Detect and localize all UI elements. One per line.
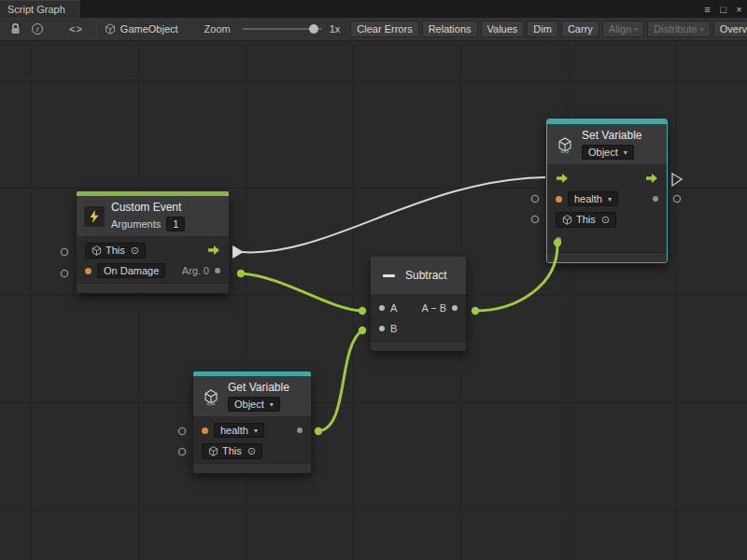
event-name-row: On Damage Arg. 0 [77, 260, 229, 281]
flow-output-port[interactable] [645, 173, 658, 184]
wire-value-subtract-to-setvariable[interactable] [475, 245, 557, 311]
get-variable-body: health ▾ This ⊙ [193, 416, 311, 463]
result-output-port[interactable] [452, 305, 458, 311]
set-variable-header: <> Set Variable Object ▾ [547, 124, 667, 164]
event-name-port[interactable] [85, 268, 92, 274]
input-a-label: A [390, 302, 397, 314]
node-title: Set Variable [582, 129, 641, 142]
window-close-icon[interactable]: × [731, 0, 747, 18]
port-ring[interactable] [178, 448, 185, 455]
gameobject-cube-icon [105, 23, 116, 35]
values-button[interactable]: Values [481, 21, 525, 37]
code-view-icon[interactable]: <> [69, 23, 83, 35]
zoom-slider[interactable] [242, 28, 322, 30]
flow-output-port[interactable] [207, 245, 220, 256]
event-name-field[interactable]: On Damage [97, 263, 165, 278]
object-picker-icon[interactable]: ⊙ [131, 245, 139, 257]
node-footer [193, 463, 311, 473]
cube-icon [208, 446, 218, 456]
target-field[interactable]: This ⊙ [202, 443, 262, 459]
variable-name-row: health ▾ [193, 420, 311, 441]
align-button[interactable]: Align▾ [602, 21, 644, 37]
node-set-variable[interactable]: <> Set Variable Object ▾ [546, 119, 668, 263]
arg0-output-port[interactable] [215, 268, 220, 273]
arguments-input[interactable]: 1 [166, 217, 185, 231]
variable-name-port[interactable] [202, 427, 208, 434]
subtract-header: Subtract [371, 257, 466, 294]
flow-input-port[interactable] [556, 173, 569, 184]
gameobject-label: GameObject [120, 23, 178, 35]
info-icon[interactable]: i [28, 20, 47, 38]
carry-button[interactable]: Carry [561, 21, 599, 37]
arguments-label: Arguments [111, 218, 161, 230]
dim-button[interactable]: Dim [527, 21, 558, 37]
get-variable-header: <> Get Variable Object ▾ [193, 376, 311, 416]
window-tab-bar: Script Graph ≡ □ × [0, 0, 747, 18]
subtract-body: A A − B B [371, 294, 466, 341]
tab-script-graph[interactable]: Script Graph [0, 0, 80, 18]
wire-value-arg0-to-subtract-a[interactable] [241, 273, 362, 311]
wire-endpoint-dot [359, 327, 366, 334]
node-get-variable[interactable]: <> Get Variable Object ▾ healt [193, 371, 311, 473]
port-ring[interactable] [673, 195, 680, 202]
lock-icon[interactable] [6, 20, 24, 38]
chevron-down-icon: ▾ [700, 25, 704, 34]
flow-continuation-triangle-icon[interactable] [672, 174, 682, 186]
tab-label: Script Graph [7, 4, 65, 15]
target-field[interactable]: This ⊙ [85, 243, 146, 259]
chevron-down-icon: ▾ [608, 195, 612, 203]
target-value: This [222, 445, 242, 456]
cube-icon [92, 245, 102, 256]
node-title: Custom Event [111, 201, 185, 214]
port-ring[interactable] [61, 248, 67, 255]
input-b-row: B [371, 318, 466, 339]
graph-toolbar: i <> GameObject Zoom 1x Clear Errors Rel… [0, 18, 747, 41]
distribute-button[interactable]: Distribute▾ [647, 21, 710, 37]
variable-scope-dropdown[interactable]: Object ▾ [582, 145, 634, 160]
port-ring[interactable] [531, 195, 538, 202]
input-a-row: A A − B [371, 298, 466, 318]
value-input-port[interactable] [556, 237, 561, 243]
value-output-port[interactable] [297, 427, 303, 433]
object-picker-icon[interactable]: ⊙ [601, 214, 610, 226]
wire-endpoint-dot [237, 270, 245, 277]
chevron-down-icon: ▾ [634, 25, 638, 34]
variable-scope-dropdown[interactable]: Object ▾ [228, 397, 280, 412]
node-footer [547, 252, 667, 262]
zoom-slider-handle[interactable] [309, 24, 318, 34]
tab-bar-spacer [80, 0, 699, 18]
target-row: This ⊙ [547, 209, 667, 230]
node-footer [77, 283, 229, 293]
input-b-port[interactable] [379, 326, 385, 331]
graph-canvas[interactable]: Custom Event Arguments 1 This ⊙ [0, 41, 747, 560]
overview-button[interactable]: Overv [713, 21, 747, 37]
variable-name-port[interactable] [556, 196, 562, 203]
wire-value-getvariable-to-subtract-b[interactable] [318, 330, 362, 431]
port-ring[interactable] [531, 216, 538, 222]
node-custom-event[interactable]: Custom Event Arguments 1 This ⊙ [77, 191, 229, 293]
custom-event-header: Custom Event Arguments 1 [77, 196, 229, 236]
gameobject-selector[interactable]: GameObject [105, 23, 178, 35]
target-value: This [106, 245, 125, 256]
toolbar-separator [96, 21, 97, 36]
flow-row [547, 168, 667, 189]
window-menu-icon[interactable]: ≡ [699, 0, 715, 18]
target-row: This ⊙ [193, 441, 311, 461]
window-maximize-icon[interactable]: □ [715, 0, 731, 18]
value-output-port[interactable] [653, 196, 658, 202]
variable-name-dropdown[interactable]: health ▾ [568, 191, 618, 206]
flow-wire-arrowhead [233, 245, 244, 259]
port-ring[interactable] [61, 270, 67, 276]
cube-icon [562, 215, 572, 225]
target-field[interactable]: This ⊙ [556, 212, 616, 228]
input-a-port[interactable] [379, 305, 385, 311]
variable-name-dropdown[interactable]: health ▾ [214, 423, 264, 438]
port-ring[interactable] [178, 427, 185, 434]
wire-flow-customevent-to-setvariable[interactable] [241, 177, 545, 252]
node-subtract[interactable]: Subtract A A − B B [371, 257, 466, 351]
relations-button[interactable]: Relations [422, 21, 478, 37]
object-picker-icon[interactable]: ⊙ [247, 445, 256, 457]
variable-cube-icon: <> [555, 134, 575, 155]
result-label: A − B [421, 302, 446, 314]
clear-errors-button[interactable]: Clear Errors [350, 21, 418, 37]
